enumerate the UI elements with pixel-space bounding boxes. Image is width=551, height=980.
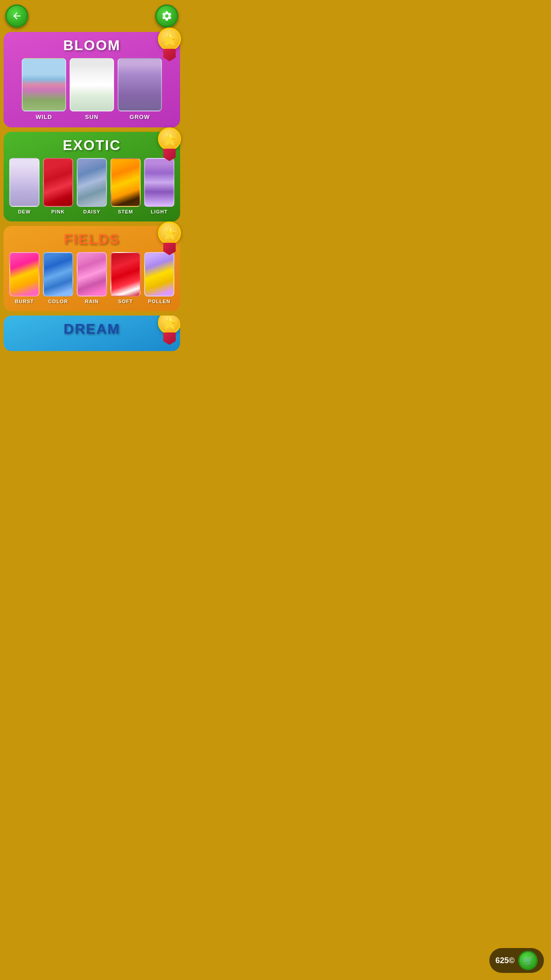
thumb-light (144, 158, 174, 207)
back-button[interactable] (5, 4, 28, 28)
exotic-ribbon (163, 149, 176, 161)
thumb-dew (9, 158, 39, 207)
bloom-grid: WILD SUN GROW (9, 58, 175, 120)
label-light: LIGHT (151, 209, 168, 214)
section-bloom: ⭐ BLOOM WILD SUN GROW (4, 32, 180, 127)
fields-star-badge: ⭐ (155, 221, 184, 257)
label-pink: PINK (51, 209, 65, 214)
label-dew: DEW (18, 209, 31, 214)
dream-star: ⭐ (158, 316, 180, 334)
thumb-rain (77, 252, 107, 296)
puzzle-item-sun[interactable]: SUN (70, 58, 114, 120)
fields-ribbon (163, 243, 176, 255)
section-dream: ⭐ DREAM (4, 316, 180, 351)
label-burst: BURST (15, 299, 34, 304)
puzzle-item-daisy[interactable]: DAISY (77, 158, 107, 214)
exotic-title: EXOTIC (9, 137, 175, 154)
exotic-star: ⭐ (158, 127, 181, 150)
exotic-grid: DEW PINK DAISY STEM LIGHT (9, 158, 175, 214)
dream-title: DREAM (9, 321, 175, 337)
puzzle-item-color[interactable]: COLOR (43, 252, 73, 304)
thumb-grow (118, 58, 162, 111)
label-pollen: POLLEN (148, 299, 171, 304)
puzzle-item-light[interactable]: LIGHT (144, 158, 174, 214)
puzzle-item-dew[interactable]: DEW (9, 158, 39, 214)
bloom-ribbon (163, 49, 176, 61)
fields-grid: BURST COLOR RAIN SOFT POLLEN (9, 252, 175, 304)
thumb-color (43, 252, 73, 296)
exotic-star-badge: ⭐ (155, 127, 184, 163)
fields-title: FIELDS (9, 231, 175, 248)
puzzle-item-stem[interactable]: STEM (110, 158, 141, 214)
label-wild: WILD (35, 114, 52, 120)
section-fields: ⭐ FIELDS BURST COLOR RAIN SOFT POLLEN (4, 226, 180, 311)
puzzle-item-wild[interactable]: WILD (22, 58, 66, 120)
puzzle-item-burst[interactable]: BURST (9, 252, 39, 304)
puzzle-item-rain[interactable]: RAIN (77, 252, 107, 304)
settings-button[interactable] (155, 4, 178, 28)
thumb-daisy (77, 158, 107, 207)
thumb-stem (110, 158, 141, 207)
bloom-star: ⭐ (158, 28, 181, 51)
label-sun: SUN (85, 114, 98, 120)
puzzle-item-pollen[interactable]: POLLEN (144, 252, 174, 304)
dream-star-badge: ⭐ (155, 316, 180, 347)
thumb-burst (9, 252, 39, 296)
label-daisy: DAISY (83, 209, 101, 214)
bloom-title: BLOOM (9, 37, 175, 54)
puzzle-item-pink[interactable]: PINK (43, 158, 73, 214)
fields-star: ⭐ (158, 221, 181, 245)
thumb-pink (43, 158, 73, 207)
thumb-wild (22, 58, 66, 111)
thumb-soft (110, 252, 141, 296)
puzzle-item-soft[interactable]: SOFT (110, 252, 141, 304)
label-grow: GROW (130, 114, 150, 120)
label-color: COLOR (48, 299, 68, 304)
thumb-sun (70, 58, 114, 111)
label-stem: STEM (118, 209, 134, 214)
section-exotic: ⭐ EXOTIC DEW PINK DAISY STEM LIGHT (4, 132, 180, 221)
puzzle-item-grow[interactable]: GROW (118, 58, 162, 120)
bloom-star-badge: ⭐ (155, 28, 184, 63)
dream-ribbon (163, 332, 176, 345)
thumb-pollen (144, 252, 174, 296)
label-soft: SOFT (118, 299, 133, 304)
label-rain: RAIN (85, 299, 99, 304)
